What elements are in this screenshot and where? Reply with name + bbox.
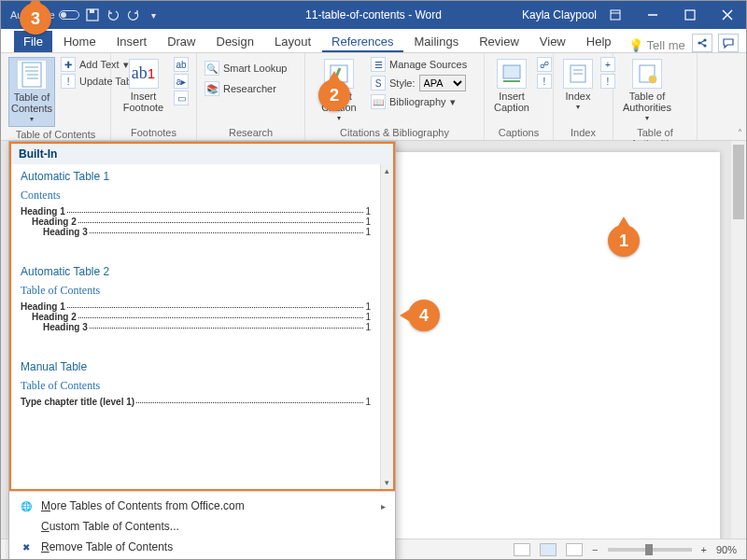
print-layout-icon[interactable] (540, 543, 557, 556)
minimize-button[interactable] (634, 1, 671, 29)
remove-icon: ✖ (19, 539, 34, 554)
save-icon[interactable] (85, 7, 100, 22)
web-layout-icon[interactable] (566, 543, 583, 556)
callout-1: 1 (608, 225, 640, 257)
toa-icon (632, 59, 662, 89)
tab-references[interactable]: References (322, 31, 402, 52)
title-bar: AutoSave ▾ 11-table-of-contents - Word K… (1, 1, 746, 29)
document-title: 11-table-of-contents - Word (305, 8, 442, 21)
remove-toc-menuitem[interactable]: ✖Remove Table of Contents (9, 537, 395, 557)
next-footnote-icon: a▸ (174, 74, 189, 89)
callout-4: 4 (408, 300, 440, 331)
qat-more-icon[interactable]: ▾ (147, 7, 162, 22)
redo-icon[interactable] (126, 7, 141, 22)
tab-layout[interactable]: Layout (265, 31, 320, 52)
footnote-icon: ab1 (129, 59, 159, 89)
toc-gallery-dropdown: Built-In ▴▾ Automatic Table 1 Contents H… (8, 141, 396, 560)
endnote-icon: ab (174, 57, 189, 72)
tab-design[interactable]: Design (207, 31, 263, 52)
tab-view[interactable]: View (530, 31, 575, 52)
svg-rect-17 (503, 65, 520, 78)
ribbon-tabs: File Home Insert Draw Design Layout Refe… (1, 29, 746, 53)
insert-caption-button[interactable]: Insert Caption (492, 57, 531, 115)
group-label: Footnotes (119, 125, 189, 138)
table-of-contents-button[interactable]: Table of Contents ▾ (8, 57, 55, 127)
update-caption-icon[interactable]: ! (537, 74, 552, 89)
ribbon: Table of Contents ▾ ✚Add Text ▾ !Update … (1, 53, 746, 141)
index-button[interactable]: Index▾ (561, 57, 595, 114)
add-text-icon: ✚ (61, 57, 76, 72)
toggle-off-icon (59, 10, 79, 20)
maximize-button[interactable] (671, 1, 709, 29)
update-icon: ! (61, 74, 76, 89)
zoom-slider[interactable] (608, 548, 692, 552)
manage-sources-button[interactable]: ☰Manage Sources (371, 57, 467, 72)
zoom-level[interactable]: 90% (716, 544, 737, 555)
gallery-item-auto1[interactable]: Automatic Table 1 Contents Heading 11 He… (11, 164, 380, 246)
zoom-out-button[interactable]: − (592, 544, 598, 555)
svg-rect-1 (90, 9, 94, 13)
table-of-authorities-button[interactable]: Table of Authorities▾ (621, 57, 673, 125)
show-notes-icon: ▭ (174, 91, 189, 105)
search-icon: 🔍 (204, 61, 219, 76)
tell-me-search[interactable]: 💡 Tell me (628, 38, 685, 52)
gallery-item-auto2[interactable]: Automatic Table 2 Table of Contents Head… (11, 259, 380, 342)
close-button[interactable] (709, 1, 746, 29)
comments-button[interactable] (718, 34, 739, 52)
gallery-item-manual[interactable]: Manual Table Table of Contents Type chap… (11, 355, 380, 416)
read-mode-icon[interactable] (514, 543, 530, 556)
group-label: Captions (492, 125, 545, 138)
insert-endnote-button[interactable]: ab (174, 57, 189, 72)
group-label: Table of Contents (8, 127, 103, 140)
svg-point-10 (703, 44, 706, 47)
svg-rect-5 (685, 10, 695, 20)
tab-home[interactable]: Home (54, 31, 106, 52)
share-button[interactable] (692, 34, 712, 52)
zoom-in-button[interactable]: + (701, 544, 707, 555)
svg-rect-2 (611, 10, 620, 20)
index-icon (563, 59, 593, 89)
gallery-menu: 🌐More Tables of Contents from Office.com… (9, 491, 395, 560)
book-icon: 📚 (204, 81, 219, 96)
globe-icon: 🌐 (19, 498, 34, 513)
custom-toc-menuitem[interactable]: Custom Table of Contents... (9, 516, 395, 537)
insert-footnote-button[interactable]: ab1 Insert Footnote (119, 57, 168, 115)
callout-2: 2 (318, 79, 350, 111)
svg-point-8 (698, 41, 700, 44)
tab-review[interactable]: Review (470, 31, 529, 52)
more-toc-menuitem[interactable]: 🌐More Tables of Contents from Office.com… (9, 496, 395, 516)
group-label: Research (204, 125, 297, 138)
svg-point-23 (649, 76, 656, 83)
researcher-button[interactable]: 📚Researcher (204, 81, 287, 96)
undo-icon[interactable] (106, 7, 120, 22)
group-label: Index (561, 125, 605, 138)
lightbulb-icon: 💡 (628, 38, 643, 52)
ribbon-display-icon[interactable] (597, 1, 634, 29)
next-footnote-button[interactable]: a▸ (174, 74, 189, 89)
tab-help[interactable]: Help (577, 31, 621, 52)
group-label: Citations & Bibliography (313, 125, 476, 138)
vertical-scrollbar[interactable] (731, 141, 746, 539)
tab-mailings[interactable]: Mailings (405, 31, 469, 52)
bibliography-button[interactable]: 📖Bibliography ▾ (371, 94, 467, 109)
manage-icon: ☰ (371, 57, 386, 72)
show-notes-button[interactable]: ▭ (174, 91, 189, 105)
cross-ref-icon[interactable]: ☍ (537, 57, 552, 72)
citation-style-select[interactable]: SStyle: APA (371, 75, 467, 91)
collapse-ribbon-icon[interactable]: ˄ (738, 128, 742, 138)
style-icon: S (371, 76, 386, 91)
callout-3: 3 (20, 3, 51, 35)
svg-point-9 (703, 38, 706, 41)
smart-lookup-button[interactable]: 🔍Smart Lookup (204, 61, 287, 76)
blank-icon (19, 519, 34, 534)
tab-draw[interactable]: Draw (158, 31, 204, 52)
caption-icon (497, 59, 527, 89)
account-name[interactable]: Kayla Claypool (522, 8, 597, 21)
toc-icon (17, 60, 47, 90)
bibliography-icon: 📖 (371, 94, 386, 109)
tab-insert[interactable]: Insert (107, 31, 157, 52)
gallery-header: Built-In (9, 142, 395, 164)
gallery-scrollbar[interactable]: ▴▾ (380, 164, 393, 489)
